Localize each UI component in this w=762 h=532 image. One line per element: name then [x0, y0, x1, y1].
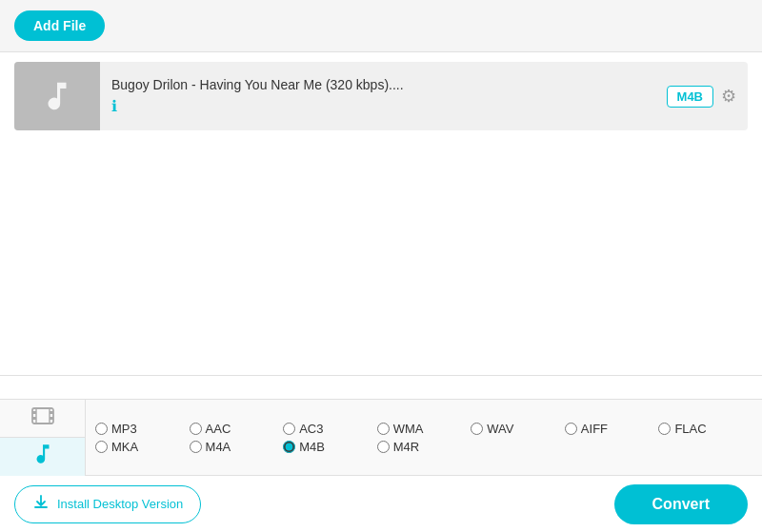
action-bar: Install Desktop Version Convert — [0, 475, 762, 532]
format-option-m4a[interactable]: M4A — [190, 440, 284, 454]
format-label-wav[interactable]: WAV — [487, 422, 513, 436]
info-icon[interactable]: ℹ — [111, 97, 117, 115]
format-option-wma[interactable]: WMA — [377, 422, 471, 436]
gear-icon: ⚙ — [721, 87, 736, 106]
install-desktop-button[interactable]: Install Desktop Version — [14, 485, 201, 523]
add-file-button[interactable]: Add File — [14, 10, 105, 41]
format-label-wma[interactable]: WMA — [393, 422, 424, 436]
format-badge[interactable]: M4B — [667, 86, 713, 108]
file-item: Bugoy Drilon - Having You Near Me (320 k… — [14, 62, 748, 130]
format-option-ac3[interactable]: AC3 — [283, 422, 377, 436]
file-actions: M4B ⚙ — [667, 86, 748, 108]
file-thumbnail — [14, 62, 100, 130]
format-panel: MP3 AAC AC3 WMA WAV AIFF — [0, 399, 762, 475]
format-label-aac[interactable]: AAC — [206, 422, 231, 436]
video-tab[interactable] — [0, 400, 85, 439]
format-label-mp3[interactable]: MP3 — [111, 422, 137, 436]
bottom-panel: MP3 AAC AC3 WMA WAV AIFF — [0, 399, 762, 532]
format-label-flac[interactable]: FLAC — [674, 422, 706, 436]
file-name: Bugoy Drilon - Having You Near Me (320 k… — [111, 77, 655, 92]
format-option-wav[interactable]: WAV — [471, 422, 565, 436]
audio-icon — [30, 442, 55, 471]
format-option-mp3[interactable]: MP3 — [95, 422, 190, 436]
format-option-aac[interactable]: AAC — [190, 422, 284, 436]
video-icon — [30, 404, 55, 433]
svg-rect-0 — [32, 408, 53, 424]
format-option-mka[interactable]: MKA — [95, 440, 190, 454]
download-icon — [32, 494, 50, 515]
format-label-mka[interactable]: MKA — [111, 440, 138, 454]
format-label-m4a[interactable]: M4A — [206, 440, 231, 454]
convert-button[interactable]: Convert — [614, 484, 748, 524]
media-type-tabs — [0, 400, 86, 476]
format-label-m4b[interactable]: M4B — [299, 440, 325, 454]
format-option-m4b[interactable]: M4B — [283, 440, 377, 454]
file-list-area: Bugoy Drilon - Having You Near Me (320 k… — [0, 52, 762, 376]
settings-button[interactable]: ⚙ — [721, 86, 736, 107]
format-label-ac3[interactable]: AC3 — [299, 422, 323, 436]
format-option-flac[interactable]: FLAC — [658, 422, 752, 436]
format-label-aiff[interactable]: AIFF — [581, 422, 608, 436]
format-label-m4r[interactable]: M4R — [393, 440, 419, 454]
format-option-m4r[interactable]: M4R — [377, 440, 471, 454]
audio-tab[interactable] — [0, 438, 85, 476]
file-info: Bugoy Drilon - Having You Near Me (320 k… — [100, 68, 667, 125]
format-options: MP3 AAC AC3 WMA WAV AIFF — [86, 414, 762, 462]
top-bar: Add File — [0, 0, 762, 52]
music-note-icon — [39, 78, 75, 114]
install-label: Install Desktop Version — [57, 497, 183, 511]
format-option-aiff[interactable]: AIFF — [565, 422, 659, 436]
